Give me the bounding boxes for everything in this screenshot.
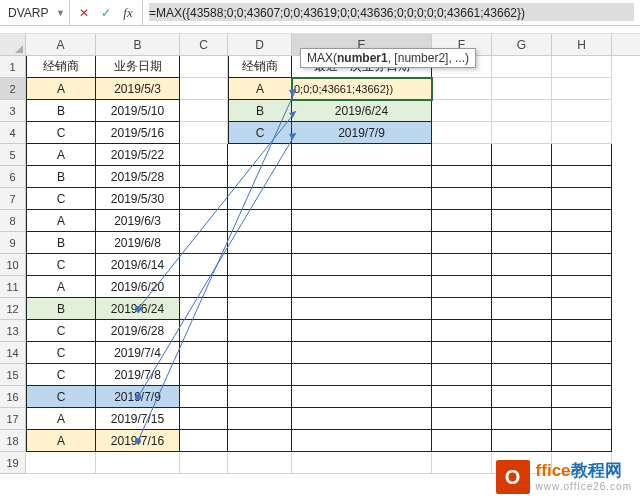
cell[interactable] [552, 320, 612, 342]
cell[interactable] [228, 232, 292, 254]
cell[interactable] [180, 188, 228, 210]
cell[interactable] [180, 144, 228, 166]
cell[interactable]: 2019/6/28 [96, 320, 180, 342]
cell[interactable] [552, 408, 612, 430]
cell[interactable] [432, 122, 492, 144]
cell[interactable] [552, 298, 612, 320]
cell[interactable]: 2019/7/9 [292, 122, 432, 144]
cell[interactable] [492, 56, 552, 78]
cell[interactable]: 2019/6/8 [96, 232, 180, 254]
fx-icon[interactable]: fx [120, 5, 136, 21]
row-header[interactable]: 15 [0, 364, 26, 386]
cell[interactable] [180, 254, 228, 276]
cell[interactable] [292, 452, 432, 474]
cell[interactable]: B [26, 100, 96, 122]
cell[interactable] [180, 408, 228, 430]
cell[interactable] [432, 386, 492, 408]
cell[interactable] [552, 122, 612, 144]
cell[interactable] [292, 364, 432, 386]
row-header[interactable]: 3 [0, 100, 26, 122]
row-header[interactable]: 6 [0, 166, 26, 188]
cell[interactable] [228, 320, 292, 342]
cell[interactable]: 2019/5/10 [96, 100, 180, 122]
cell[interactable] [492, 408, 552, 430]
cell[interactable] [292, 144, 432, 166]
cell[interactable] [492, 144, 552, 166]
cell[interactable] [180, 100, 228, 122]
row-header[interactable]: 2 [0, 78, 26, 100]
cell[interactable] [492, 122, 552, 144]
formula-bar-expand[interactable] [0, 26, 640, 34]
cell[interactable] [552, 210, 612, 232]
cell[interactable] [228, 166, 292, 188]
cell[interactable] [492, 254, 552, 276]
cell[interactable] [292, 430, 432, 452]
cell[interactable]: 2019/7/15 [96, 408, 180, 430]
cell[interactable] [180, 386, 228, 408]
cell[interactable] [432, 276, 492, 298]
active-cell[interactable]: 0;0;0;43661;43662}) [292, 78, 432, 100]
cell[interactable] [180, 364, 228, 386]
cell[interactable] [432, 100, 492, 122]
select-all-corner[interactable] [0, 34, 26, 55]
cell[interactable] [552, 188, 612, 210]
row-header[interactable]: 7 [0, 188, 26, 210]
cell[interactable]: 经销商 [26, 56, 96, 78]
cell[interactable] [180, 210, 228, 232]
cell[interactable] [180, 298, 228, 320]
cell[interactable] [552, 100, 612, 122]
cell[interactable] [552, 386, 612, 408]
name-box[interactable]: DVARP ▼ [0, 0, 70, 25]
row-header[interactable]: 18 [0, 430, 26, 452]
cell[interactable] [552, 166, 612, 188]
cell[interactable]: C [26, 342, 96, 364]
cell[interactable]: B [228, 100, 292, 122]
cell[interactable] [492, 364, 552, 386]
cell[interactable]: C [26, 364, 96, 386]
cell[interactable] [228, 144, 292, 166]
cell[interactable] [228, 408, 292, 430]
cell[interactable] [432, 144, 492, 166]
cell[interactable] [492, 342, 552, 364]
cell[interactable] [552, 144, 612, 166]
cell[interactable] [228, 452, 292, 474]
cell[interactable] [492, 298, 552, 320]
cell[interactable]: 2019/7/16 [96, 430, 180, 452]
row-header[interactable]: 8 [0, 210, 26, 232]
cell[interactable] [552, 430, 612, 452]
cell[interactable]: A [26, 408, 96, 430]
row-header[interactable]: 1 [0, 56, 26, 78]
row-header[interactable]: 5 [0, 144, 26, 166]
col-header-G[interactable]: G [492, 34, 552, 55]
cell[interactable] [180, 122, 228, 144]
cell[interactable] [292, 166, 432, 188]
row-header[interactable]: 4 [0, 122, 26, 144]
cell[interactable] [432, 342, 492, 364]
cell[interactable] [228, 298, 292, 320]
cell[interactable]: 业务日期 [96, 56, 180, 78]
cell[interactable] [552, 78, 612, 100]
cell[interactable] [228, 386, 292, 408]
cell[interactable]: A [228, 78, 292, 100]
cell[interactable]: A [26, 276, 96, 298]
cell[interactable] [492, 78, 552, 100]
cell[interactable] [552, 276, 612, 298]
cell[interactable] [180, 276, 228, 298]
cell[interactable] [492, 232, 552, 254]
cell[interactable] [552, 342, 612, 364]
row-header[interactable]: 12 [0, 298, 26, 320]
cell[interactable] [180, 342, 228, 364]
row-header[interactable]: 16 [0, 386, 26, 408]
cell[interactable] [180, 78, 228, 100]
cell[interactable] [292, 298, 432, 320]
row-header[interactable]: 17 [0, 408, 26, 430]
cell[interactable]: 2019/7/9 [96, 386, 180, 408]
chevron-down-icon[interactable]: ▼ [56, 8, 65, 18]
cell[interactable] [552, 232, 612, 254]
cell[interactable] [552, 254, 612, 276]
enter-icon[interactable]: ✓ [98, 5, 114, 21]
formula-input[interactable]: =MAX({43588;0;0;43607;0;0;43619;0;0;4363… [143, 0, 640, 25]
cell[interactable] [180, 430, 228, 452]
cell[interactable] [432, 166, 492, 188]
cell[interactable] [492, 100, 552, 122]
